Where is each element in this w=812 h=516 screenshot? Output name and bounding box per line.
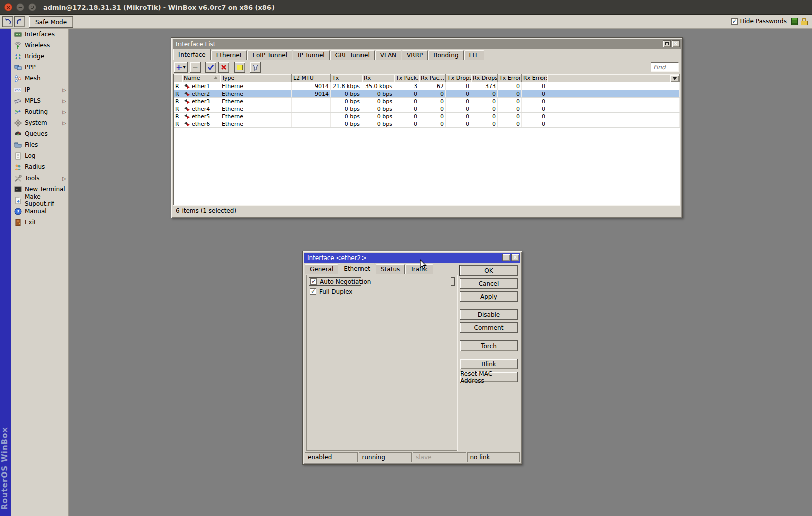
comment-button[interactable] [234,62,245,73]
interface-table: Name Type L2 MTU Tx Rx Tx Pack.. Rx Pac.… [173,74,680,206]
sidebar-item-bridge[interactable]: Bridge [11,51,68,62]
comment-button[interactable]: Comment [460,322,518,333]
supout-file-icon [14,196,22,204]
os-minimize-button[interactable]: − [16,3,24,11]
safe-mode-button[interactable]: Safe Mode [29,16,73,28]
column-header-rx-packet[interactable]: Rx Pac... [419,74,446,82]
sidebar-item-interfaces[interactable]: Interfaces [11,29,68,40]
ethernet-interface-icon [184,114,190,119]
blink-button[interactable]: Blink [460,359,518,369]
sidebar-item-wireless[interactable]: Wireless [11,40,68,51]
column-header-l2mtu[interactable]: L2 MTU [292,74,331,82]
disable-x-icon [221,64,227,70]
column-header-type[interactable]: Type [220,74,292,82]
undo-button[interactable] [2,16,13,27]
table-row-ether2-selected[interactable]: R ether2 Etherne 9014 0 bps 0 bps 0 0 0 … [174,90,680,98]
submenu-arrow-icon: ▷ [62,109,66,115]
column-header-flag[interactable] [174,74,182,82]
column-header-tx-packet[interactable]: Tx Pack.. [394,74,419,82]
column-header-tx-errors[interactable]: Tx Errors [498,74,522,82]
dialog-statusbar: enabled running slave no link [305,452,520,462]
table-row-ether3[interactable]: R ether3 Etherne 0 bps 0 bps 0 0 0 0 0 0 [174,98,680,105]
enable-button[interactable] [205,62,216,73]
sidebar-item-queues[interactable]: Queues [11,128,68,139]
sidebar-item-log[interactable]: Log [11,150,68,161]
find-input[interactable] [651,62,679,72]
table-row-ether4[interactable]: R ether4 Etherne 0 bps 0 bps 0 0 0 0 0 0 [174,105,680,113]
full-duplex-option[interactable]: Full Duplex [309,287,455,296]
sidebar-item-mesh[interactable]: Mesh [11,73,68,84]
column-header-tx[interactable]: Tx [331,74,362,82]
tab-general[interactable]: General [305,264,338,274]
disable-button[interactable] [218,62,229,73]
remove-button[interactable]: − [190,62,201,73]
auto-negotiation-option[interactable]: Auto Negotiation [309,277,455,286]
sidebar-item-system[interactable]: System ▷ [11,117,68,128]
status-slave: slave [413,452,466,462]
sidebar-item-ip[interactable]: 255 IP ▷ [11,84,68,95]
table-row-ether5[interactable]: R ether5 Etherne 0 bps 0 bps 0 0 0 0 0 0 [174,113,680,120]
auto-negotiation-checkbox[interactable] [310,278,317,285]
svg-text:>_: >_ [16,187,20,191]
auto-negotiation-label: Auto Negotiation [320,278,371,285]
filter-button[interactable] [250,62,261,73]
chevron-down-icon: ▼ [183,65,186,69]
queues-gauge-icon [14,130,22,138]
tab-ethernet[interactable]: Ethernet [339,263,375,274]
tools-icon [14,174,22,182]
system-gear-icon [14,119,22,127]
full-duplex-checkbox[interactable] [310,288,316,295]
interface-list-title: Interface List [176,41,216,48]
tab-ethernet[interactable]: Ethernet [211,50,247,60]
tab-interface[interactable]: Interface [173,49,211,60]
maximize-icon [505,256,508,259]
tab-gre-tunnel[interactable]: GRE Tunnel [330,50,375,60]
column-header-name[interactable]: Name [182,74,220,82]
disable-button[interactable]: Disable [460,309,518,320]
redo-button[interactable] [14,16,25,27]
bridge-icon [14,52,22,60]
os-close-button[interactable]: × [4,3,12,11]
tab-ip-tunnel[interactable]: IP Tunnel [293,50,330,60]
column-header-tx-drops[interactable]: Tx Drops [446,74,471,82]
cancel-button[interactable]: Cancel [460,278,518,289]
interface-list-titlebar[interactable]: Interface List × [173,39,681,49]
remove-icon: − [192,63,198,71]
tab-status[interactable]: Status [376,264,405,274]
add-button[interactable]: + ▼ [174,62,188,73]
tab-bonding[interactable]: Bonding [428,50,463,60]
window-maximize-button[interactable] [663,40,671,47]
hide-passwords-control[interactable]: Hide Passwords [731,18,787,25]
sidebar-item-files[interactable]: Files [11,139,68,150]
sidebar-item-tools[interactable]: Tools ▷ [11,173,68,184]
dialog-titlebar[interactable]: Interface <ether2> × [304,253,520,263]
table-row-ether1[interactable]: R ether1 Etherne 9014 21.8 kbps 35.0 kbp… [174,82,680,90]
sidebar-item-mpls[interactable]: MPLS ▷ [11,95,68,106]
window-close-button[interactable]: × [511,254,519,261]
sidebar-item-radius[interactable]: Radius [11,161,68,173]
column-header-rx-errors[interactable]: Rx Errors [522,74,547,82]
sidebar-item-ppp[interactable]: PPP [11,62,68,73]
ok-button[interactable]: OK [460,265,518,276]
close-icon: × [513,255,517,260]
column-select-dropdown[interactable] [670,75,679,82]
apply-button[interactable]: Apply [460,291,518,302]
tab-vlan[interactable]: VLAN [375,50,401,60]
window-close-button[interactable]: × [672,40,680,47]
tab-vrrp[interactable]: VRRP [402,50,428,60]
tab-lte[interactable]: LTE [464,50,484,60]
tab-eoip-tunnel[interactable]: EoIP Tunnel [247,50,292,60]
window-maximize-button[interactable] [502,254,510,261]
torch-button[interactable]: Torch [460,340,518,351]
os-titlebar[interactable]: × − admin@172.18.31.31 (MikroTik) - WinB… [0,0,812,15]
os-maximize-button[interactable] [28,3,36,11]
column-header-rx-drops[interactable]: Rx Drops [471,74,498,82]
reset-mac-address-button[interactable]: Reset MAC Address [460,372,518,382]
hide-passwords-checkbox[interactable] [731,18,738,25]
table-row-ether6[interactable]: R ether6 Etherne 0 bps 0 bps 0 0 0 0 0 0 [174,120,680,128]
column-header-rx[interactable]: Rx [362,74,394,82]
sidebar-item-manual[interactable]: ? Manual [11,206,68,217]
sidebar-item-exit[interactable]: Exit [11,217,68,228]
sidebar-item-make-supout[interactable]: Make Supout.rif [11,195,68,206]
sidebar-item-routing[interactable]: Routing ▷ [11,106,68,117]
